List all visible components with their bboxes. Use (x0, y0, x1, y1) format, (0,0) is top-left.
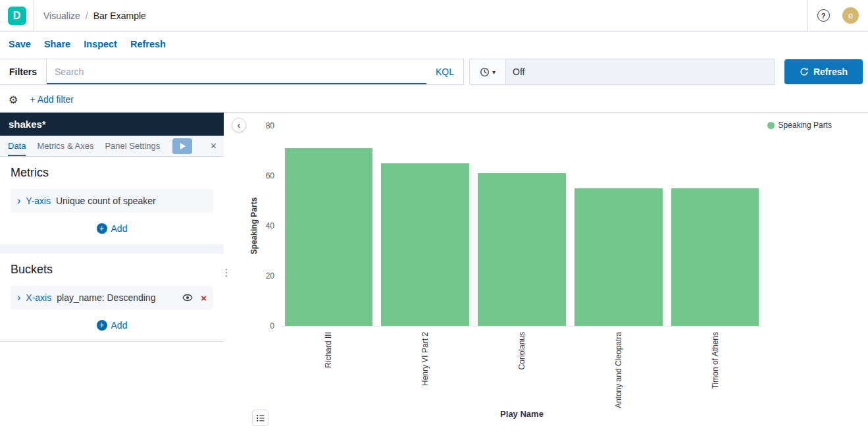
bar-slot (474, 126, 571, 326)
remove-bucket-icon[interactable]: × (201, 293, 207, 303)
search-input-wrap (47, 59, 426, 84)
help-button[interactable]: ? (808, 0, 838, 31)
add-filter-button[interactable]: + Add filter (30, 94, 74, 105)
bar-slot (570, 126, 667, 326)
search-input[interactable] (47, 67, 426, 77)
tab-panel-settings[interactable]: Panel Settings (105, 136, 160, 156)
breadcrumb: Visualize / Bar Example (43, 11, 146, 21)
x-tick-label[interactable]: Henry VI Part 2 (421, 332, 430, 386)
auto-refresh-field[interactable]: Off (506, 59, 775, 85)
x-tick-label[interactable]: Richard III (324, 332, 333, 368)
refresh-button[interactable]: Refresh (784, 59, 863, 84)
x-tick-label[interactable]: Timon of Athens (711, 332, 720, 389)
date-picker: ▾ Off (469, 59, 775, 85)
bar-richard-iii[interactable] (285, 148, 373, 326)
x-label-slot: Henry VI Part 2 (377, 332, 474, 408)
refresh-link[interactable]: Refresh (130, 39, 166, 49)
bar-henry-vi-part-2[interactable] (381, 163, 469, 326)
bar-antony-and-cleopatra[interactable] (574, 188, 663, 326)
tab-metrics-axes[interactable]: Metrics & Axes (37, 136, 93, 156)
bucket-row-actions: × (182, 292, 207, 303)
app: D Visualize / Bar Example ? e Save Share… (0, 0, 868, 432)
metrics-title: Metrics (11, 166, 213, 180)
share-button[interactable]: Share (44, 39, 70, 49)
x-tick-label[interactable]: Coriolanus (517, 332, 526, 369)
section-gap (0, 244, 224, 254)
refresh-button-label: Refresh (813, 67, 848, 77)
sidebar-panels: Metrics › Y-axis Unique count of speaker… (0, 157, 224, 432)
legend-toggle-button[interactable] (252, 410, 268, 426)
collapse-left-icon: ‹ (238, 120, 241, 130)
plus-circle-icon: + (97, 320, 107, 331)
collapse-sidebar-button[interactable]: ‹ (232, 118, 246, 132)
bar-coriolanus[interactable] (478, 173, 566, 326)
breadcrumb-visualize[interactable]: Visualize (43, 11, 80, 21)
workspace: shakes* Data Metrics & Axes Panel Settin… (0, 113, 868, 432)
x-axis-labels: Richard IIIHenry VI Part 2CoriolanusAnto… (280, 332, 763, 408)
y-tick-label: 20 (266, 271, 274, 281)
bucket-description: play_name: Descending (57, 292, 155, 303)
tab-data[interactable]: Data (8, 136, 26, 156)
apply-changes-button[interactable] (172, 138, 192, 154)
x-label-slot: Timon of Athens (667, 332, 763, 408)
y-axis-title-wrap: Speaking Parts (249, 126, 259, 326)
x-label-slot: Antony and Cleopatra (570, 332, 667, 408)
bar-slot (280, 126, 377, 326)
bars (280, 126, 763, 326)
action-bar: Save Share Inspect Refresh (0, 32, 868, 57)
play-icon (180, 143, 186, 149)
breadcrumb-current: Bar Example (93, 11, 146, 21)
help-icon: ? (817, 9, 830, 22)
refresh-icon (800, 67, 809, 76)
inspect-button[interactable]: Inspect (84, 39, 117, 49)
sidebar: shakes* Data Metrics & Axes Panel Settin… (0, 113, 224, 432)
bucket-x-axis-row[interactable]: › X-axis play_name: Descending × (11, 286, 213, 310)
time-picker-button[interactable]: ▾ (469, 59, 506, 85)
buckets-title: Buckets (11, 263, 213, 277)
sidebar-resize-handle[interactable]: ⋮ (224, 113, 229, 432)
kql-toggle[interactable]: KQL (426, 59, 463, 84)
close-icon[interactable]: × (211, 141, 217, 151)
x-tick-label[interactable]: Antony and Cleopatra (614, 332, 623, 408)
top-header: D Visualize / Bar Example ? e (0, 0, 868, 32)
legend-label: Speaking Parts (779, 121, 832, 130)
x-axis-title: Play Name (280, 409, 763, 419)
metric-axis-label: Y-axis (26, 196, 51, 206)
metrics-section: Metrics › Y-axis Unique count of speaker… (0, 157, 224, 244)
bar-slot (667, 126, 763, 326)
save-button[interactable]: Save (9, 39, 31, 49)
bar-slot (377, 126, 474, 326)
x-label-slot: Coriolanus (474, 332, 571, 408)
filters-menu-button[interactable]: Filters (0, 59, 47, 84)
chevron-right-icon: › (17, 292, 20, 303)
eye-icon[interactable] (182, 292, 193, 303)
app-logo-button[interactable]: D (0, 0, 34, 31)
y-tick-label: 0 (270, 321, 274, 331)
index-pattern-header: shakes* (0, 113, 224, 136)
breadcrumb-separator: / (86, 11, 88, 21)
chevron-down-icon: ▾ (492, 68, 496, 76)
clock-icon (480, 67, 490, 77)
x-label-slot: Richard III (280, 332, 377, 408)
metric-description: Unique count of speaker (56, 196, 156, 206)
y-tick-label: 80 (266, 121, 274, 130)
bucket-axis-label: X-axis (26, 292, 51, 303)
legend-dot (767, 122, 775, 129)
filter-settings-button[interactable]: ⚙ (9, 94, 18, 106)
search-group: Filters KQL (0, 59, 464, 85)
add-metric-label: Add (111, 223, 128, 234)
y-tick-label: 60 (266, 171, 274, 180)
add-metric-button[interactable]: + Add (11, 223, 213, 234)
bar-timon-of-athens[interactable] (671, 188, 759, 326)
legend-list-icon (256, 414, 265, 423)
buckets-section: Buckets › X-axis play_name: Descending × (0, 254, 224, 342)
avatar[interactable]: e (842, 7, 859, 24)
y-axis-title: Speaking Parts (249, 198, 259, 255)
metric-y-axis-row[interactable]: › Y-axis Unique count of speaker (11, 189, 213, 213)
app-logo-icon: D (8, 7, 26, 25)
legend-item-speaking-parts[interactable]: Speaking Parts (767, 121, 832, 130)
gear-icon: ⚙ (9, 94, 18, 106)
chevron-right-icon: › (17, 196, 20, 206)
add-bucket-label: Add (111, 320, 128, 331)
add-bucket-button[interactable]: + Add (11, 320, 213, 331)
